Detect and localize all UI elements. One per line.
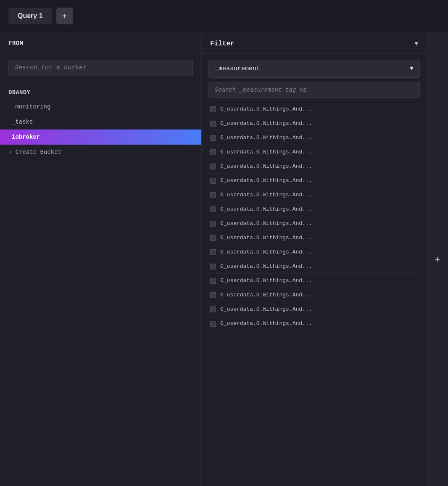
measurement-item[interactable]: 0_userdata.0.Withings.And... bbox=[208, 202, 420, 217]
main-content: FROM DBANDY _monitoring _tasks iobroker … bbox=[0, 32, 448, 486]
measurement-item[interactable]: 0_userdata.0.Withings.And... bbox=[208, 116, 420, 131]
add-filter-panel: + bbox=[427, 32, 448, 486]
from-panel-header: FROM bbox=[0, 32, 201, 53]
measurement-checkbox[interactable] bbox=[210, 106, 216, 112]
measurement-dropdown-chevron-icon: ▼ bbox=[410, 65, 414, 72]
measurement-item[interactable]: 0_userdata.0.Withings.And... bbox=[208, 302, 420, 317]
measurement-checkbox[interactable] bbox=[210, 221, 216, 227]
measurement-text: 0_userdata.0.Withings.And... bbox=[220, 292, 312, 298]
measurement-text: 0_userdata.0.Withings.And... bbox=[220, 135, 312, 141]
top-bar: Query 1 + bbox=[0, 0, 448, 32]
bucket-search-input[interactable] bbox=[8, 60, 193, 76]
measurement-text: 0_userdata.0.Withings.And... bbox=[220, 220, 312, 227]
create-bucket-button[interactable]: + Create Bucket bbox=[0, 145, 201, 160]
measurement-text: 0_userdata.0.Withings.And... bbox=[220, 163, 312, 169]
bucket-item-monitoring[interactable]: _monitoring bbox=[0, 99, 201, 114]
measurement-checkbox[interactable] bbox=[210, 149, 216, 155]
filter-title: Filter bbox=[210, 40, 235, 48]
measurement-text: 0_userdata.0.Withings.And... bbox=[220, 192, 312, 198]
add-filter-button[interactable]: + bbox=[430, 252, 445, 267]
measurement-checkbox[interactable] bbox=[210, 178, 216, 184]
measurement-checkbox[interactable] bbox=[210, 192, 216, 198]
measurement-item[interactable]: 0_userdata.0.Withings.And... bbox=[208, 145, 420, 159]
measurement-item[interactable]: 0_userdata.0.Withings.And... bbox=[208, 131, 420, 145]
measurement-item[interactable]: 0_userdata.0.Withings.And... bbox=[208, 317, 420, 331]
measurement-list: 0_userdata.0.Withings.And...0_userdata.0… bbox=[202, 102, 427, 486]
measurement-text: 0_userdata.0.Withings.And... bbox=[220, 106, 312, 112]
bucket-item-iobroker[interactable]: iobroker bbox=[0, 129, 201, 145]
measurement-item[interactable]: 0_userdata.0.Withings.And... bbox=[208, 102, 420, 116]
measurement-checkbox[interactable] bbox=[210, 164, 216, 169]
filter-panel-header: Filter ▼ bbox=[202, 32, 427, 54]
measurement-item[interactable]: 0_userdata.0.Withings.And... bbox=[208, 174, 420, 188]
measurement-item[interactable]: 0_userdata.0.Withings.And... bbox=[208, 188, 420, 202]
measurement-search-input[interactable] bbox=[208, 82, 420, 98]
filter-chevron-icon[interactable]: ▼ bbox=[415, 40, 418, 47]
measurement-text: 0_userdata.0.Withings.And... bbox=[220, 263, 312, 269]
bucket-list: DBANDY _monitoring _tasks iobroker + Cre… bbox=[0, 83, 201, 486]
measurement-item[interactable]: 0_userdata.0.Withings.And... bbox=[208, 159, 420, 174]
from-panel: FROM DBANDY _monitoring _tasks iobroker … bbox=[0, 32, 202, 486]
measurement-checkbox[interactable] bbox=[210, 278, 216, 284]
query-tab[interactable]: Query 1 bbox=[8, 8, 52, 24]
measurement-checkbox[interactable] bbox=[210, 206, 216, 212]
measurement-checkbox[interactable] bbox=[210, 264, 216, 269]
measurement-dropdown[interactable]: _measurement ▼ bbox=[208, 60, 420, 78]
measurement-item[interactable]: 0_userdata.0.Withings.And... bbox=[208, 231, 420, 245]
measurement-text: 0_userdata.0.Withings.And... bbox=[220, 306, 312, 312]
measurement-checkbox[interactable] bbox=[210, 306, 216, 312]
measurement-text: 0_userdata.0.Withings.And... bbox=[220, 149, 312, 155]
measurement-item[interactable]: 0_userdata.0.Withings.And... bbox=[208, 245, 420, 259]
measurement-checkbox[interactable] bbox=[210, 249, 216, 255]
measurement-text: 0_userdata.0.Withings.And... bbox=[220, 249, 312, 255]
filter-panel: Filter ▼ _measurement ▼ 0_userdata.0.Wit… bbox=[202, 32, 427, 486]
measurement-item[interactable]: 0_userdata.0.Withings.And... bbox=[208, 274, 420, 288]
measurement-item[interactable]: 0_userdata.0.Withings.And... bbox=[208, 288, 420, 302]
add-tab-button[interactable]: + bbox=[56, 8, 73, 24]
measurement-checkbox[interactable] bbox=[210, 135, 216, 141]
bucket-group-label: DBANDY bbox=[0, 83, 201, 99]
measurement-dropdown-label: _measurement bbox=[215, 65, 260, 72]
measurement-checkbox[interactable] bbox=[210, 292, 216, 298]
measurement-text: 0_userdata.0.Withings.And... bbox=[220, 120, 312, 127]
measurement-text: 0_userdata.0.Withings.And... bbox=[220, 235, 312, 241]
measurement-text: 0_userdata.0.Withings.And... bbox=[220, 177, 312, 184]
measurement-text: 0_userdata.0.Withings.And... bbox=[220, 320, 312, 327]
measurement-text: 0_userdata.0.Withings.And... bbox=[220, 206, 312, 212]
search-box-container bbox=[0, 53, 201, 83]
measurement-checkbox[interactable] bbox=[210, 321, 216, 327]
bucket-item-tasks[interactable]: _tasks bbox=[0, 114, 201, 129]
measurement-item[interactable]: 0_userdata.0.Withings.And... bbox=[208, 217, 420, 231]
measurement-checkbox[interactable] bbox=[210, 121, 216, 127]
measurement-text: 0_userdata.0.Withings.And... bbox=[220, 277, 312, 284]
measurement-checkbox[interactable] bbox=[210, 235, 216, 241]
measurement-item[interactable]: 0_userdata.0.Withings.And... bbox=[208, 259, 420, 274]
